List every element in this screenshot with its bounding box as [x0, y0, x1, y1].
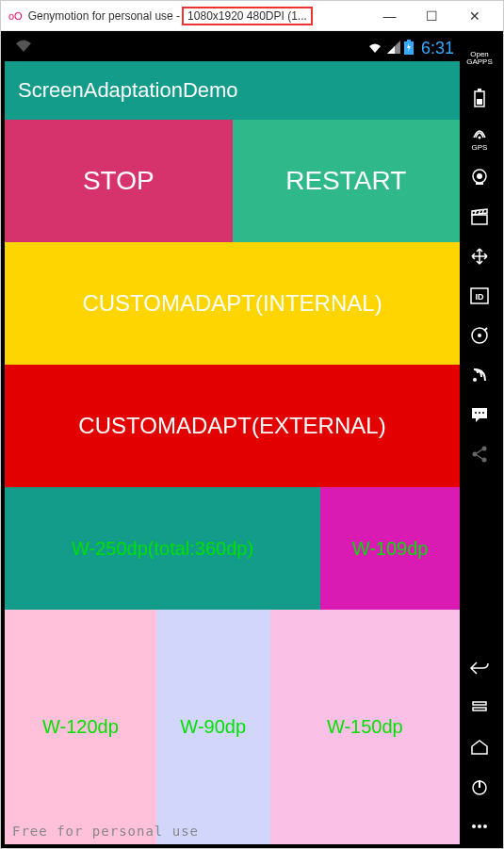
sms-button[interactable]: [462, 397, 497, 433]
width-150dp-block: W-150dp: [270, 610, 460, 844]
wifi-icon: [14, 39, 33, 58]
svg-rect-21: [473, 702, 486, 705]
opengapps-button[interactable]: OpenGAPPS: [462, 41, 497, 76]
more-button[interactable]: [462, 808, 497, 844]
width-90dp-block: W-90dp: [156, 610, 270, 844]
svg-point-17: [482, 412, 484, 414]
svg-point-19: [482, 447, 487, 451]
svg-point-26: [483, 825, 487, 828]
stop-button[interactable]: STOP: [5, 120, 233, 242]
titlebar-prefix: Genymotion for personal use -: [28, 9, 180, 23]
width-250dp-block: W-250dp(total:360dp): [5, 487, 320, 610]
app-title: ScreenAdaptationDemo: [18, 78, 238, 103]
window-titlebar: oO Genymotion for personal use - 1080x19…: [1, 1, 503, 31]
svg-point-24: [472, 825, 476, 828]
svg-point-7: [477, 173, 482, 179]
svg-point-25: [478, 825, 481, 828]
gps-button[interactable]: GPS: [462, 120, 497, 155]
svg-rect-1: [407, 40, 411, 41]
webcam-button[interactable]: [462, 159, 497, 195]
android-statusbar[interactable]: 6:31: [5, 35, 460, 61]
disk-button[interactable]: [462, 318, 497, 353]
svg-point-12: [478, 334, 481, 337]
android-recent-button[interactable]: [462, 690, 497, 726]
svg-point-13: [473, 378, 477, 382]
identifier-button[interactable]: ID: [462, 278, 497, 314]
genymotion-sidebar: OpenGAPPS GPS ID: [460, 35, 499, 844]
svg-point-16: [479, 412, 480, 414]
restart-button[interactable]: RESTART: [233, 120, 461, 242]
battery-button[interactable]: [462, 80, 497, 116]
svg-rect-4: [477, 99, 482, 105]
svg-rect-3: [478, 89, 481, 91]
device-area: 6:31 ScreenAdaptationDemo STOP RESTART C…: [1, 31, 503, 848]
titlebar-resolution: 1080x1920 480DPI (1...: [182, 7, 313, 25]
svg-rect-22: [473, 708, 486, 710]
watermark-text: Free for personal use: [12, 824, 199, 839]
svg-point-18: [473, 452, 478, 457]
svg-point-20: [482, 458, 487, 463]
svg-point-5: [479, 136, 481, 139]
app-bar: ScreenAdaptationDemo: [5, 61, 460, 120]
svg-point-15: [475, 412, 477, 414]
width-109dp-block: W-109dp: [320, 487, 460, 610]
move-button[interactable]: [462, 238, 497, 274]
customadapt-internal-button[interactable]: CUSTOMADAPT(INTERNAL): [5, 242, 460, 365]
width-120dp-block: W-120dp: [5, 610, 156, 844]
battery-icon: [404, 40, 414, 57]
statusbar-time: 6:31: [421, 39, 454, 58]
clapper-button[interactable]: [462, 199, 497, 235]
share-button[interactable]: [462, 436, 497, 472]
phone-screen: 6:31 ScreenAdaptationDemo STOP RESTART C…: [5, 35, 460, 844]
power-button[interactable]: [462, 769, 497, 805]
android-home-button[interactable]: [462, 729, 497, 765]
customadapt-external-button[interactable]: CUSTOMADAPT(EXTERNAL): [5, 365, 460, 487]
svg-text:ID: ID: [476, 292, 485, 302]
genymotion-logo-icon: oO: [8, 10, 23, 22]
network-button[interactable]: [462, 357, 497, 393]
cell-signal-icon: [387, 41, 400, 57]
minimize-button[interactable]: —: [368, 3, 411, 29]
maximize-button[interactable]: ☐: [411, 3, 453, 29]
android-back-button[interactable]: [462, 650, 497, 686]
svg-rect-8: [472, 215, 487, 224]
genymotion-window: oO Genymotion for personal use - 1080x19…: [0, 0, 504, 849]
wifi-signal-icon: [366, 41, 383, 57]
close-button[interactable]: ✕: [453, 3, 496, 29]
app-content: STOP RESTART CUSTOMADAPT(INTERNAL) CUSTO…: [5, 120, 460, 844]
